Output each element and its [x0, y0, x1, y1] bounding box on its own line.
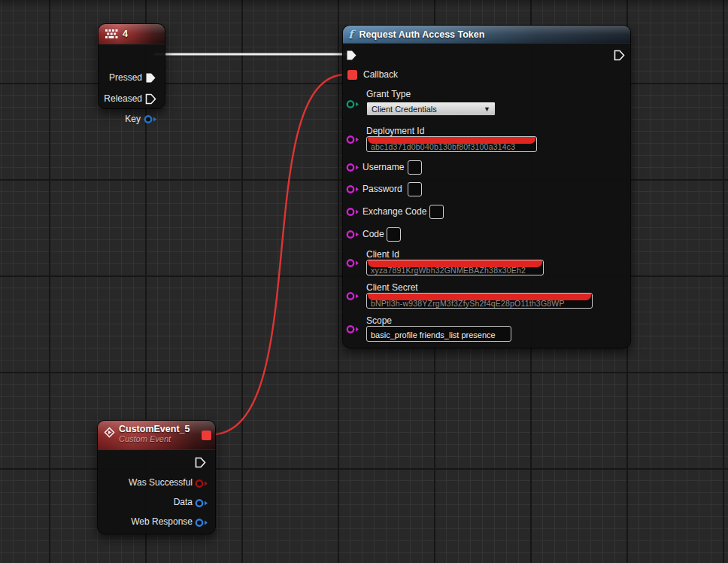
- grant-type-dropdown[interactable]: Client Credentials ▼: [366, 102, 496, 116]
- scope-field-text: basic_profile friends_list presence: [371, 330, 496, 339]
- was-successful-label: Was Successful: [98, 477, 193, 488]
- username-label: Username: [362, 162, 404, 173]
- client-id-label: Client Id: [366, 249, 399, 260]
- key-struct-pin[interactable]: [144, 114, 157, 124]
- client-secret-pin[interactable]: [346, 291, 359, 301]
- event-exec-output-pin[interactable]: [195, 457, 206, 468]
- pin-label-callback: Callback: [363, 69, 398, 81]
- client-secret-label: Client Secret: [366, 282, 418, 294]
- scope-field[interactable]: basic_profile friends_list presence: [366, 326, 511, 342]
- custom-event-node-subtitle: Custom Event: [119, 434, 190, 443]
- custom-event-node-title: CustomEvent_5: [119, 424, 190, 434]
- pin-label-released: Released: [99, 93, 142, 105]
- exec-pin-pressed[interactable]: [145, 72, 156, 84]
- key-event-node[interactable]: 4 Pressed Released Key: [98, 23, 165, 109]
- grant-type-label: Grant Type: [366, 89, 411, 100]
- client-secret-field[interactable]: bNPtl3h-w938YZrgM3f3ZfySh2f4qE28pO11th3G…: [366, 293, 593, 309]
- key-event-node-title: 4: [123, 29, 128, 39]
- grant-type-pin[interactable]: [346, 99, 359, 109]
- client-id-pin[interactable]: [346, 258, 359, 268]
- exec-output-pin[interactable]: [614, 50, 625, 61]
- pin-label-pressed: Pressed: [99, 72, 142, 84]
- custom-event-icon: [104, 427, 115, 438]
- pin-label-key: Key: [99, 114, 141, 125]
- wire-callback-to-customevent[interactable]: [211, 75, 346, 435]
- redaction-bar: [368, 136, 535, 144]
- scope-pin[interactable]: [346, 324, 359, 334]
- username-field[interactable]: [408, 160, 422, 175]
- redaction-bar: [368, 260, 542, 267]
- deployment-id-label: Deployment Id: [366, 126, 424, 137]
- function-icon: f: [348, 28, 353, 41]
- callback-delegate-pin[interactable]: [347, 70, 357, 80]
- request-auth-node-header[interactable]: f Request Auth Access Token: [343, 26, 630, 44]
- exchange-code-label: Exchange Code: [362, 206, 426, 218]
- key-event-node-header[interactable]: 4: [99, 24, 165, 44]
- username-pin[interactable]: [346, 163, 359, 172]
- event-delegate-pin[interactable]: [202, 431, 211, 440]
- web-response-label: Web Response: [98, 516, 193, 528]
- code-pin[interactable]: [346, 230, 359, 239]
- redaction-bar: [368, 293, 591, 300]
- chevron-down-icon: ▼: [484, 105, 490, 113]
- grant-type-selected-value: Client Credentials: [372, 105, 437, 114]
- request-auth-access-token-node[interactable]: f Request Auth Access Token Callback Gra…: [342, 25, 631, 348]
- exec-pin-released[interactable]: [145, 93, 156, 105]
- code-label: Code: [362, 229, 384, 240]
- client-id-field[interactable]: xyza7891KrgWbh32GNMEBAZh38x30Eh2: [366, 260, 544, 275]
- password-label: Password: [362, 184, 402, 195]
- data-pin[interactable]: [195, 498, 208, 508]
- deployment-id-field[interactable]: abc1d371d0b040b130bf80f3100a314c3: [366, 136, 537, 152]
- password-field[interactable]: [408, 182, 422, 196]
- custom-event-node-header[interactable]: CustomEvent_5 Custom Event: [98, 421, 215, 450]
- code-field[interactable]: [387, 227, 401, 242]
- scope-label: Scope: [366, 315, 392, 327]
- exchange-code-pin[interactable]: [346, 207, 359, 217]
- was-successful-pin[interactable]: [195, 479, 208, 488]
- keyboard-icon: [105, 29, 118, 39]
- web-response-pin[interactable]: [195, 518, 208, 528]
- exchange-code-field[interactable]: [429, 205, 444, 219]
- request-auth-node-title: Request Auth Access Token: [359, 29, 484, 40]
- exec-input-pin[interactable]: [346, 50, 357, 61]
- data-label: Data: [98, 497, 193, 508]
- password-pin[interactable]: [346, 184, 359, 194]
- deployment-id-pin[interactable]: [346, 135, 359, 145]
- custom-event-node[interactable]: CustomEvent_5 Custom Event Was Successfu…: [97, 420, 216, 534]
